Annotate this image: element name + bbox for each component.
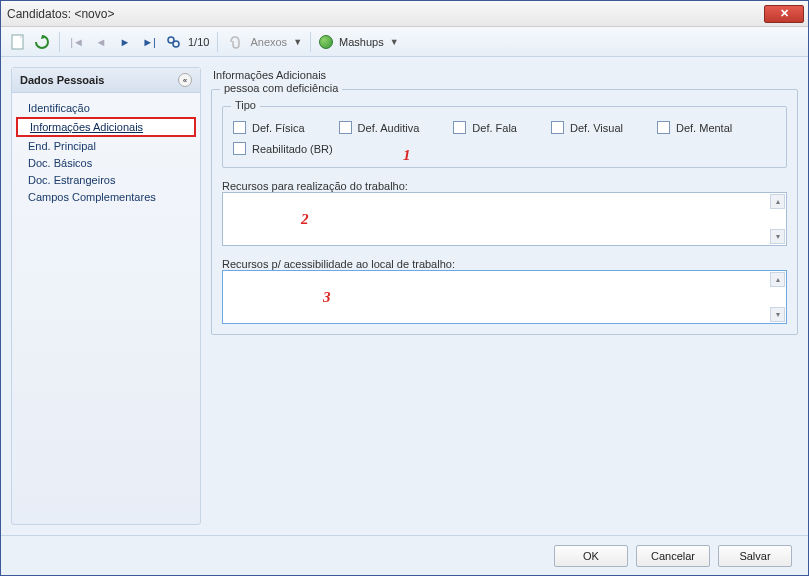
annotation-2: 2 — [301, 211, 309, 228]
nav-first-icon[interactable]: |◄ — [68, 33, 86, 51]
find-icon[interactable] — [164, 33, 182, 51]
scroll-down-icon[interactable]: ▾ — [770, 307, 785, 322]
anexos-label[interactable]: Anexos — [250, 36, 287, 48]
nav-last-icon[interactable]: ►| — [140, 33, 158, 51]
sidebar-item-campos-complementares[interactable]: Campos Complementares — [16, 189, 196, 205]
toolbar-separator — [59, 32, 60, 52]
check-def-mental[interactable]: Def. Mental — [657, 121, 732, 134]
check-label: Reabilitado (BR) — [252, 143, 333, 155]
window-title: Candidatos: <novo> — [7, 7, 114, 21]
svg-point-2 — [173, 41, 179, 47]
scroll-up-icon[interactable]: ▴ — [770, 272, 785, 287]
check-def-visual[interactable]: Def. Visual — [551, 121, 623, 134]
cancel-button[interactable]: Cancelar — [636, 545, 710, 567]
sidebar-item-doc-estrangeiros[interactable]: Doc. Estrangeiros — [16, 172, 196, 188]
content-area: Dados Pessoais « Identificação Informaçõ… — [1, 57, 808, 535]
group-label: pessoa com deficiência — [220, 82, 342, 94]
check-def-fisica[interactable]: Def. Física — [233, 121, 305, 134]
scroll-up-icon[interactable]: ▴ — [770, 194, 785, 209]
checkbox-icon — [233, 121, 246, 134]
main-area: Informações Adicionais pessoa com defici… — [211, 67, 798, 525]
check-label: Def. Visual — [570, 122, 623, 134]
mashups-icon[interactable] — [319, 35, 333, 49]
recursos-acessibilidade-textarea[interactable]: ▴ ▾ 3 — [222, 270, 787, 324]
toolbar-separator — [217, 32, 218, 52]
scroll-down-icon[interactable]: ▾ — [770, 229, 785, 244]
tipo-label: Tipo — [231, 99, 260, 111]
group-tipo: Tipo Def. Física Def. Auditiva Def. Fala… — [222, 106, 787, 168]
section-title: Informações Adicionais — [211, 67, 798, 83]
sidebar-header[interactable]: Dados Pessoais « — [12, 68, 200, 93]
save-button[interactable]: Salvar — [718, 545, 792, 567]
sidebar-item-identificacao[interactable]: Identificação — [16, 100, 196, 116]
check-label: Def. Mental — [676, 122, 732, 134]
close-button[interactable]: ✕ — [764, 5, 804, 23]
check-label: Def. Auditiva — [358, 122, 420, 134]
check-reabilitado[interactable]: Reabilitado (BR) — [233, 142, 333, 155]
attachment-icon — [226, 33, 244, 51]
sidebar-item-informacoes-adicionais[interactable]: Informações Adicionais — [16, 117, 196, 137]
sidebar-item-end-principal[interactable]: End. Principal — [16, 138, 196, 154]
check-def-fala[interactable]: Def. Fala — [453, 121, 517, 134]
checkbox-icon — [551, 121, 564, 134]
field2-label: Recursos p/ acessibilidade ao local de t… — [222, 258, 787, 270]
nav-next-icon[interactable]: ► — [116, 33, 134, 51]
sidebar-items: Identificação Informações Adicionais End… — [12, 93, 200, 212]
new-document-icon[interactable] — [9, 33, 27, 51]
recursos-trabalho-textarea[interactable]: ▴ ▾ 2 — [222, 192, 787, 246]
checkbox-icon — [453, 121, 466, 134]
check-def-auditiva[interactable]: Def. Auditiva — [339, 121, 420, 134]
check-label: Def. Física — [252, 122, 305, 134]
tipo-row-1: Def. Física Def. Auditiva Def. Fala Def.… — [233, 121, 776, 134]
group-pessoa-deficiencia: pessoa com deficiência Tipo Def. Física … — [211, 89, 798, 335]
toolbar: |◄ ◄ ► ►| 1/10 Anexos ▼ Mashups ▼ — [1, 27, 808, 57]
toolbar-separator — [310, 32, 311, 52]
tipo-row-2: Reabilitado (BR) 1 — [233, 142, 776, 155]
field1-label: Recursos para realização do trabalho: — [222, 180, 787, 192]
ok-button[interactable]: OK — [554, 545, 628, 567]
mashups-dropdown-icon[interactable]: ▼ — [390, 37, 399, 47]
titlebar: Candidatos: <novo> ✕ — [1, 1, 808, 27]
checkbox-icon — [339, 121, 352, 134]
refresh-icon[interactable] — [33, 33, 51, 51]
footer: OK Cancelar Salvar — [1, 535, 808, 575]
mashups-label[interactable]: Mashups — [339, 36, 384, 48]
sidebar: Dados Pessoais « Identificação Informaçõ… — [11, 67, 201, 525]
collapse-icon[interactable]: « — [178, 73, 192, 87]
annotation-1: 1 — [403, 147, 411, 164]
nav-prev-icon[interactable]: ◄ — [92, 33, 110, 51]
checkbox-icon — [657, 121, 670, 134]
sidebar-header-label: Dados Pessoais — [20, 74, 104, 86]
annotation-3: 3 — [323, 289, 331, 306]
anexos-dropdown-icon[interactable]: ▼ — [293, 37, 302, 47]
checkbox-icon — [233, 142, 246, 155]
page-indicator: 1/10 — [188, 36, 209, 48]
check-label: Def. Fala — [472, 122, 517, 134]
close-icon: ✕ — [780, 7, 789, 20]
sidebar-item-doc-basicos[interactable]: Doc. Básicos — [16, 155, 196, 171]
